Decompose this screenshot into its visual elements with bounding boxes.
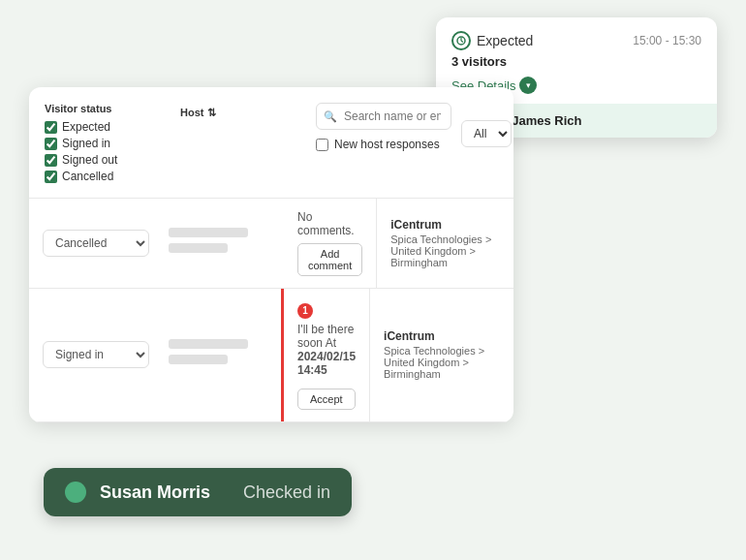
expected-time: 15:00 - 15:30 (633, 34, 701, 47)
chevron-down-icon: ▾ (519, 77, 537, 94)
search-icon: 🔍 (324, 110, 337, 123)
visitor-status-title: Visitor status (45, 103, 171, 114)
table-row: Signed in Expected Signed out Cancelled … (29, 289, 513, 422)
location-name-1: iCentrum (390, 218, 500, 232)
cell-host-1 (155, 199, 281, 288)
accept-button[interactable]: Accept (297, 389, 356, 410)
new-comment-badge: 1 (297, 303, 313, 319)
expected-visitors: 3 visitors (451, 54, 701, 69)
expected-title: Expected (451, 31, 533, 50)
add-comment-button[interactable]: Add comment (297, 243, 362, 276)
visitor-status-filter: Visitor status Expected Signed in Signed… (45, 103, 171, 186)
checkbox-expected: Expected (45, 120, 171, 134)
search-wrap: 🔍 (316, 103, 451, 130)
sort-icon[interactable]: ⇅ (207, 108, 216, 118)
expected-title-row: Expected 15:00 - 15:30 (451, 31, 701, 50)
cell-host-2 (155, 289, 281, 421)
location-filter: All (461, 103, 513, 147)
comment-text-1: No comments. (297, 210, 362, 237)
notification-toast: Susan Morris Checked in (44, 468, 352, 516)
cell-comments-1: No comments. Add comment (281, 199, 376, 288)
status-select-2[interactable]: Signed in Expected Signed out Cancelled (43, 341, 149, 368)
cell-comments-2: 1 I'll be there soon At 2024/02/15 14:45… (281, 289, 369, 421)
svg-line-2 (461, 41, 463, 43)
toast-dot-icon (65, 482, 86, 503)
search-and-filters: 🔍 New host responses (316, 103, 451, 151)
cell-status-2: Signed in Expected Signed out Cancelled (29, 289, 155, 421)
cell-location-1: iCentrum Spica Technologies > United Kin… (376, 199, 513, 288)
new-host-responses-label: New host responses (334, 138, 440, 151)
main-card: Visitor status Expected Signed in Signed… (29, 87, 513, 422)
cell-status-1: Cancelled Expected Signed in Signed out (29, 199, 155, 288)
table-body: Cancelled Expected Signed in Signed out … (29, 199, 513, 422)
expected-icon (451, 31, 471, 50)
cell-location-2: iCentrum Spica Technologies > United Kin… (369, 289, 513, 421)
checkbox-cancelled: Cancelled (45, 170, 171, 183)
new-host-responses-filter: New host responses (316, 138, 451, 151)
checkbox-signed-out: Signed out (45, 153, 171, 167)
host-column-header: Host ⇅ (180, 103, 306, 118)
table-row: Cancelled Expected Signed in Signed out … (29, 199, 513, 289)
location-sub-2: Spica Technologies > United Kingdom > Bi… (384, 345, 500, 380)
comment-text-2: I'll be there soon At 2024/02/15 14:45 (297, 323, 356, 377)
filter-row: Visitor status Expected Signed in Signed… (29, 87, 513, 199)
location-select[interactable]: All (461, 120, 512, 147)
host-name: James Rich (512, 113, 581, 128)
host-name-placeholder-2 (169, 243, 228, 253)
new-host-responses-checkbox[interactable] (316, 139, 328, 151)
location-name-2: iCentrum (384, 329, 500, 343)
checkbox-signed-in: Signed in (45, 137, 171, 150)
host-name-placeholder-3 (169, 339, 248, 349)
expected-label: Expected (477, 33, 533, 48)
toast-name: Susan Morris (100, 482, 210, 503)
host-name-placeholder-4 (169, 355, 228, 364)
status-select-1[interactable]: Cancelled Expected Signed in Signed out (43, 230, 149, 257)
host-name-placeholder-1 (169, 228, 248, 237)
toast-status: Checked in (243, 482, 330, 503)
location-sub-1: Spica Technologies > United Kingdom > Bi… (390, 233, 500, 268)
